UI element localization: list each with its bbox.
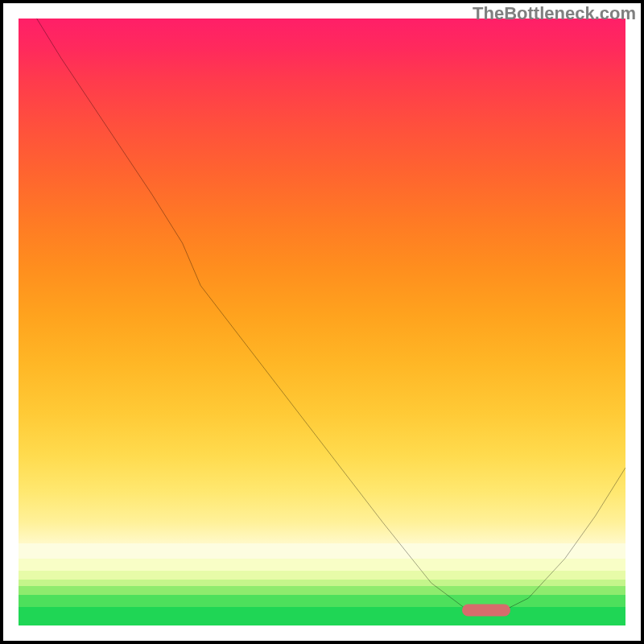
bottleneck-curve [19, 19, 625, 625]
optimal-point-marker [462, 605, 510, 617]
plot-area [19, 19, 625, 625]
attribution-label: TheBottleneck.com [473, 3, 636, 24]
